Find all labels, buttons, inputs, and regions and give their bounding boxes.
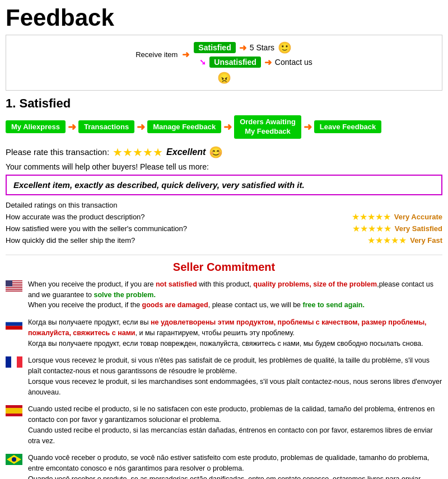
- nav-arrow-4: ➜: [304, 121, 312, 133]
- divider: [6, 255, 442, 255]
- shipping-rating: Very Fast: [410, 236, 442, 245]
- svg-rect-12: [6, 290, 22, 292]
- nav-steps: My Aliexpress ➜ Transactions ➜ Manage Fe…: [6, 115, 442, 139]
- section-heading: 1. Satisfied: [6, 96, 442, 111]
- comments-prompt: Your comments will help other buyers! Pl…: [6, 162, 442, 171]
- rating-row-communication: How satisfied were you with the seller's…: [6, 223, 442, 234]
- flag-ru: [6, 318, 22, 330]
- nav-step-transactions[interactable]: Transactions: [78, 120, 134, 133]
- ru-highlight1: не удовлетворены этим продуктом, проблем…: [28, 318, 427, 337]
- fr-text: Lorsque vous recevez le produit, si vous…: [28, 355, 442, 397]
- page-title: Feedback: [6, 4, 442, 31]
- svg-rect-18: [11, 356, 17, 368]
- rating-shipping-label: How quickly did the seller ship the item…: [6, 236, 330, 245]
- detailed-title: Detailed ratings on this transaction: [6, 201, 442, 209]
- rating-accuracy-label: How accurate was the product description…: [6, 213, 330, 221]
- svg-rect-7: [6, 287, 22, 288]
- nav-arrow-1: ➜: [68, 121, 76, 133]
- svg-rect-11: [6, 290, 22, 291]
- rating-communication-label: How satisfied were you with the seller's…: [6, 224, 330, 233]
- en-text: When you receive the product, if you are…: [28, 279, 442, 311]
- seller-commitment-title: Seller Commitment: [6, 261, 442, 274]
- flag-br: [6, 454, 22, 465]
- nav-arrow-3: ➜: [223, 121, 232, 133]
- comment-box[interactable]: Excellent item, exactly as described, qu…: [6, 175, 442, 195]
- es-text: Cuando usted recibe el producto, si le n…: [28, 404, 442, 446]
- svg-rect-15: [6, 322, 22, 326]
- svg-rect-9: [6, 288, 22, 289]
- rate-row: Please rate this transaction: ★★★★★ Exce…: [6, 145, 442, 159]
- flag-fr: [6, 356, 22, 368]
- happy-emoji: 🙂: [278, 41, 292, 54]
- svg-point-24: [12, 457, 16, 462]
- rating-stars[interactable]: ★★★★★: [113, 145, 163, 159]
- highlight-quality: quality problems, size of the problem: [253, 280, 377, 288]
- accuracy-stars[interactable]: ★★★★★: [352, 212, 391, 222]
- highlight-not-satisfied: not satisfied: [156, 280, 197, 288]
- pt-text: Quando você receber o produto, se você n…: [28, 453, 442, 479]
- lang-block-fr: Lorsque vous recevez le produit, si vous…: [6, 355, 442, 397]
- satisfied-label: Satisfied: [194, 42, 235, 53]
- svg-rect-10: [6, 289, 22, 290]
- lang-block-pt: Quando você receber o produto, se você n…: [6, 453, 442, 479]
- nav-step-orders-awaiting[interactable]: Orders AwaitingMy Feedback: [234, 115, 301, 139]
- ru-text: Когда вы получаете продукт, если вы не у…: [28, 317, 442, 349]
- detailed-ratings: Detailed ratings on this transaction How…: [6, 201, 442, 246]
- flow-diagram: Receive item ➜ Satisfied ➜ 5 Stars 🙂 ➘ U…: [6, 35, 442, 91]
- svg-rect-17: [6, 356, 11, 368]
- arrow-diagonal: ➘: [199, 58, 206, 67]
- nav-step-leave-feedback[interactable]: Leave Feedback: [314, 120, 381, 133]
- sad-emoji: 😠: [217, 72, 231, 84]
- rating-row-shipping: How quickly did the seller ship the item…: [6, 235, 442, 246]
- nav-arrow-2: ➜: [137, 121, 145, 133]
- rate-label: Please rate this transaction:: [6, 147, 109, 157]
- highlight-solve: solve the problem.: [94, 291, 155, 299]
- arrow2: ➜: [239, 43, 246, 53]
- communication-stars[interactable]: ★★★★★: [352, 223, 391, 234]
- arrow3: ➜: [264, 57, 272, 68]
- flag-us: [6, 280, 22, 292]
- communication-rating: Very Satisfied: [395, 224, 442, 233]
- svg-rect-19: [17, 356, 22, 368]
- excellent-text: Excellent: [166, 147, 206, 157]
- lang-block-en: When you receive the product, if you are…: [6, 279, 442, 311]
- shipping-stars[interactable]: ★★★★★: [367, 235, 407, 246]
- receive-label: Receive item: [136, 50, 178, 59]
- lang-block-ru: Когда вы получаете продукт, если вы не у…: [6, 317, 442, 349]
- highlight-free: free to send again.: [303, 301, 365, 309]
- accuracy-rating: Very Accurate: [394, 213, 442, 221]
- five-stars-label: 5 Stars: [250, 43, 274, 52]
- highlight-damaged: goods are damaged: [142, 301, 208, 309]
- nav-step-manage-feedback[interactable]: Manage Feedback: [147, 120, 221, 133]
- unsatisfied-label: Unsatisfied: [209, 57, 260, 68]
- rating-row-accuracy: How accurate was the product description…: [6, 212, 442, 222]
- svg-rect-21: [6, 408, 22, 414]
- nav-step-my-aliexpress[interactable]: My Aliexpress: [6, 120, 66, 133]
- svg-rect-13: [6, 280, 12, 287]
- rating-emoji: 😊: [209, 145, 223, 159]
- arrow1: ➜: [182, 49, 189, 60]
- svg-rect-16: [6, 326, 22, 330]
- svg-rect-8: [6, 287, 22, 288]
- contact-label: Contact us: [275, 58, 312, 67]
- lang-block-es: Cuando usted recibe el producto, si le n…: [6, 404, 442, 446]
- flag-es: [6, 405, 22, 416]
